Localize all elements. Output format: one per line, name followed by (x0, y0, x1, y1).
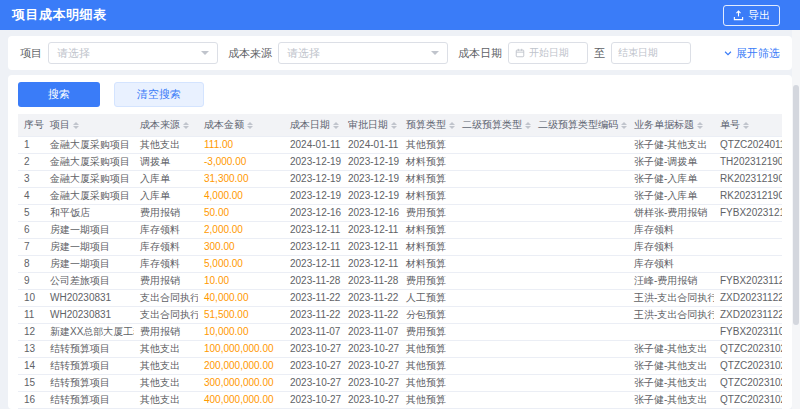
column-header-8[interactable]: 二级预算类型编码 (532, 114, 628, 137)
cell: 2,000.00 (198, 222, 284, 239)
cost-source-select[interactable]: 请选择 (278, 42, 448, 64)
cell (456, 256, 532, 273)
cell: 支出合同执行 (134, 307, 198, 324)
table-row[interactable]: 9公司差旅项目费用报销10.002023-11-282023-11-28费用预算… (18, 273, 782, 290)
page-title: 项目成本明细表 (12, 6, 107, 24)
sort-icon[interactable] (183, 122, 189, 129)
cell (456, 307, 532, 324)
sort-icon[interactable] (333, 122, 339, 129)
cell: 2023-10-27 (342, 375, 400, 392)
cell: 费用报销 (134, 324, 198, 341)
date-range-separator: 至 (594, 46, 605, 61)
cell: 调拨单 (134, 154, 198, 171)
column-header-6[interactable]: 预算类型 (400, 114, 456, 137)
cell: ZXD20231122001 (714, 307, 782, 324)
table-row[interactable]: 11WH20230831支出合同执行51,500.002023-11-22202… (18, 307, 782, 324)
cell: WH20230831 (44, 290, 134, 307)
cell (456, 358, 532, 375)
table-row[interactable]: 1金融大厦采购项目其他支出111.002024-01-112024-01-11其… (18, 137, 782, 154)
sort-icon[interactable] (73, 122, 79, 129)
cost-source-select-placeholder: 请选择 (287, 46, 320, 61)
cell: 饼样张-费用报销 (628, 205, 714, 222)
cell: 2023-12-19 (284, 188, 342, 205)
column-header-4[interactable]: 成本日期 (284, 114, 342, 137)
cell: 金融大厦采购项目 (44, 171, 134, 188)
cell: RK20231219002 (714, 188, 782, 205)
cell (456, 205, 532, 222)
cell (456, 290, 532, 307)
sort-icon[interactable] (743, 122, 749, 129)
table-row[interactable]: 7房建一期项目库存领料300.002023-12-112023-12-11材料预… (18, 239, 782, 256)
column-header-2[interactable]: 成本来源 (134, 114, 198, 137)
main-content: 项目 请选择 成本来源 请选择 成本日期 开始日期 (0, 30, 800, 409)
cell: 张子健-其他支出 (628, 375, 714, 392)
cell: FYBX20231128001 (714, 273, 782, 290)
cell: 金融大厦采购项目 (44, 154, 134, 171)
column-header-3[interactable]: 成本金额 (198, 114, 284, 137)
column-header-9[interactable]: 业务单据标题 (628, 114, 714, 137)
cell: 金融大厦采购项目 (44, 137, 134, 154)
date-end-input[interactable]: 结束日期 (611, 42, 691, 64)
column-header-label: 审批日期 (348, 119, 388, 130)
cell (456, 222, 532, 239)
table-row[interactable]: 12新建XX总部大厦工程二期费用报销10,000.002023-11-07202… (18, 324, 782, 341)
vertical-scrollbar[interactable] (792, 30, 800, 409)
cell (532, 273, 628, 290)
table-row[interactable]: 13结转预算项目其他支出100,000,000.002023-10-272023… (18, 341, 782, 358)
cell: 8 (18, 256, 44, 273)
column-header-0: 序号 (18, 114, 44, 137)
column-header-label: 业务单据标题 (634, 119, 694, 130)
cell (456, 154, 532, 171)
column-header-5[interactable]: 审批日期 (342, 114, 400, 137)
column-header-label: 二级预算类型 (462, 119, 522, 130)
column-header-7[interactable]: 二级预算类型 (456, 114, 532, 137)
cell: 新建XX总部大厦工程二期 (44, 324, 134, 341)
date-start-input[interactable]: 开始日期 (508, 42, 588, 64)
cell: 14 (18, 358, 44, 375)
sort-icon[interactable] (697, 122, 703, 129)
sort-icon[interactable] (391, 122, 397, 129)
table-row[interactable]: 5和平饭店费用报销50.002023-12-162023-12-16费用预算饼样… (18, 205, 782, 222)
cell (532, 341, 628, 358)
cell (532, 154, 628, 171)
expand-filter-toggle[interactable]: 展开筛选 (723, 46, 780, 61)
column-header-1[interactable]: 项目 (44, 114, 134, 137)
table-row[interactable]: 6房建一期项目库存领料2,000.002023-12-112023-12-11材… (18, 222, 782, 239)
cell: 其他预算 (400, 358, 456, 375)
table-row[interactable]: 14结转预算项目其他支出200,000,000.002023-10-272023… (18, 358, 782, 375)
cell: 其他支出 (134, 341, 198, 358)
column-header-10[interactable]: 单号 (714, 114, 782, 137)
column-header-label: 成本来源 (140, 119, 180, 130)
clear-search-button[interactable]: 清空搜索 (114, 82, 204, 107)
table-row[interactable]: 3金融大厦采购项目入库单31,300.002023-12-192023-12-1… (18, 171, 782, 188)
cell: 200,000,000.00 (198, 358, 284, 375)
table-row[interactable]: 4金融大厦采购项目入库单4,000.002023-12-192023-12-19… (18, 188, 782, 205)
cell: 其他支出 (134, 375, 198, 392)
sort-icon[interactable] (621, 122, 627, 129)
export-button[interactable]: 导出 (723, 5, 780, 26)
table-row[interactable]: 16结转预算项目其他支出400,000,000.002023-10-272023… (18, 392, 782, 409)
cell: 16 (18, 392, 44, 409)
cell: 5 (18, 205, 44, 222)
cell: 2023-11-22 (342, 307, 400, 324)
cell (456, 171, 532, 188)
cell (456, 392, 532, 409)
table-row[interactable]: 8房建一期项目库存领料5,000.002023-12-112023-12-11材… (18, 256, 782, 273)
table-row[interactable]: 15结转预算项目其他支出300,000,000.002023-10-272023… (18, 375, 782, 392)
cell: 51,500.00 (198, 307, 284, 324)
search-button[interactable]: 搜索 (18, 82, 100, 107)
table-row[interactable]: 10WH20230831支出合同执行40,000.002023-11-22202… (18, 290, 782, 307)
cell: 111.00 (198, 137, 284, 154)
cell: 2023-10-27 (342, 341, 400, 358)
sort-icon[interactable] (449, 122, 455, 129)
column-header-label: 成本金额 (204, 119, 244, 130)
cell: 4,000.00 (198, 188, 284, 205)
scrollbar-thumb[interactable] (793, 85, 799, 325)
column-header-label: 单号 (720, 119, 740, 130)
sort-icon[interactable] (247, 122, 253, 129)
table-row[interactable]: 2金融大厦采购项目调拨单-3,000.002023-12-192023-12-1… (18, 154, 782, 171)
cell: FYBX20231107001 (714, 324, 782, 341)
cell: 2023-10-27 (342, 358, 400, 375)
project-select[interactable]: 请选择 (48, 42, 218, 64)
sort-icon[interactable] (525, 122, 531, 129)
